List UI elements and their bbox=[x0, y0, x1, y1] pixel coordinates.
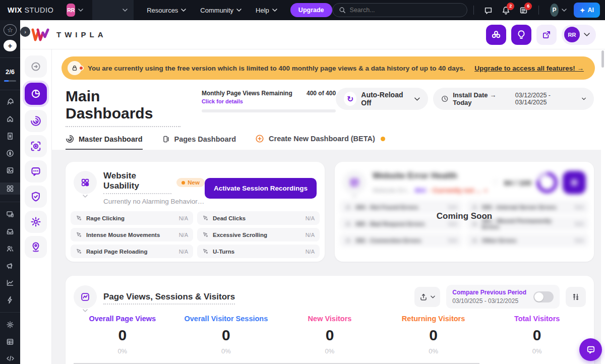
stat-value: 0 bbox=[382, 327, 486, 344]
stat-value: 0 bbox=[174, 327, 278, 344]
workspace-badge[interactable]: RR bbox=[67, 4, 75, 17]
suggestions-button[interactable] bbox=[511, 25, 531, 45]
compare-toggle[interactable] bbox=[533, 291, 554, 302]
sidebar-item-feedback[interactable] bbox=[25, 160, 47, 183]
rail-item-dev-mode[interactable] bbox=[0, 353, 20, 364]
error-metrics: 404 - Not Found ErrorsN/A 500 - Internal… bbox=[335, 198, 594, 247]
wix-left-rail: ☆ + 2/6 bbox=[0, 20, 20, 364]
account-chevron-icon[interactable] bbox=[562, 9, 567, 12]
gear-icon bbox=[6, 321, 14, 329]
support-chat-fab[interactable] bbox=[579, 338, 602, 361]
sidebar-item-privacy[interactable] bbox=[25, 186, 47, 208]
menu-help[interactable]: Help bbox=[256, 7, 277, 14]
rail-item-settings[interactable] bbox=[0, 319, 20, 330]
ai-label: AI bbox=[588, 7, 594, 14]
favorites-star-button[interactable]: ☆ bbox=[4, 24, 17, 36]
wix-studio-logo[interactable]: WIX STUDIO bbox=[8, 6, 53, 14]
chevron-down-icon bbox=[272, 9, 277, 12]
stat-returning-visitors[interactable]: Returning Visitors 0 0% bbox=[382, 315, 486, 355]
inbox-button[interactable]: 6 bbox=[519, 6, 528, 15]
collapse-panel-button[interactable]: › bbox=[20, 27, 30, 37]
coming-soon-overlay: Coming Soon bbox=[437, 211, 492, 221]
rail-item-marketing[interactable] bbox=[0, 260, 20, 271]
menu-resources[interactable]: Resources bbox=[147, 7, 186, 14]
rail-item-finance[interactable] bbox=[0, 148, 20, 159]
record-button[interactable] bbox=[563, 171, 586, 194]
sidebar-item-visitors[interactable] bbox=[25, 110, 47, 132]
metric-value: N/A bbox=[179, 232, 188, 238]
lock-icon bbox=[68, 61, 82, 75]
search-input[interactable] bbox=[350, 7, 461, 14]
sidebar-item-recordings[interactable] bbox=[25, 135, 47, 157]
shield-check-icon bbox=[30, 191, 41, 202]
upgrade-button[interactable]: Upgrade bbox=[290, 3, 332, 17]
rail-item-content-manager[interactable] bbox=[0, 336, 20, 347]
search-bar[interactable] bbox=[332, 3, 467, 17]
tab-create-new-dashboard[interactable]: Create New Dashboard (BETA) bbox=[255, 134, 385, 150]
rail-item-analytics[interactable] bbox=[0, 277, 20, 288]
sidebar-item-location[interactable] bbox=[25, 236, 47, 258]
rail-item-site[interactable] bbox=[0, 209, 20, 219]
rail-item-apps[interactable] bbox=[0, 183, 20, 195]
menu-community[interactable]: Community bbox=[200, 7, 241, 14]
feedback-button[interactable] bbox=[484, 6, 493, 15]
metric-chip: 302 - Connection ErrorsN/A bbox=[340, 233, 462, 247]
activate-session-recordings-button[interactable]: Activate Session Recordings bbox=[205, 178, 317, 199]
twipla-user-menu[interactable]: RR bbox=[562, 25, 596, 45]
tab-pages-dashboard[interactable]: Pages Dashboard bbox=[162, 135, 236, 150]
site-selector[interactable] bbox=[92, 0, 134, 20]
rail-item-home[interactable] bbox=[0, 114, 20, 125]
ai-button[interactable]: ✦ AI bbox=[574, 3, 600, 18]
stat-overall-page-views[interactable]: Overall Page Views 0 0% bbox=[71, 315, 174, 355]
metric-label: Excessive Scrolling bbox=[213, 232, 267, 238]
divider bbox=[0, 312, 20, 313]
menu-community-label: Community bbox=[200, 7, 233, 14]
metric-chip[interactable]: Rage ClickingN/A bbox=[71, 211, 193, 225]
pageviews-card-icon[interactable] bbox=[74, 285, 97, 309]
add-button[interactable]: + bbox=[4, 40, 17, 51]
warning-icon bbox=[345, 204, 351, 210]
open-external-button[interactable] bbox=[536, 25, 557, 45]
workspace-chevron-icon[interactable] bbox=[78, 9, 83, 12]
twipla-brand[interactable]: TWIPLA bbox=[31, 28, 107, 41]
usability-card-icon[interactable] bbox=[74, 171, 97, 194]
metric-label: Rage Clicking bbox=[86, 215, 125, 221]
banner-message: You are currently using the free version… bbox=[88, 65, 465, 72]
sidebar-item-dashboards[interactable] bbox=[23, 81, 49, 107]
rail-item-automations[interactable] bbox=[0, 294, 20, 305]
sidebar-item-settings[interactable] bbox=[25, 211, 47, 233]
community-button[interactable] bbox=[486, 25, 506, 45]
metric-label: Dead Clicks bbox=[213, 215, 246, 221]
stat-new-visitors[interactable]: New Visitors 0 0% bbox=[278, 315, 382, 355]
scrollbar-thumb[interactable] bbox=[601, 50, 604, 68]
filter-settings-button[interactable] bbox=[566, 287, 586, 307]
stat-overall-visitor-sessions[interactable]: Overall Visitor Sessions 0 0% bbox=[174, 315, 278, 355]
rail-item-contacts[interactable] bbox=[0, 243, 20, 254]
metric-chip[interactable]: Intense Mouse MovementsN/A bbox=[71, 228, 193, 241]
account-avatar[interactable]: P bbox=[550, 4, 559, 17]
date-range-control[interactable]: Install Date → Today 03/12/2025 - 03/14/… bbox=[433, 88, 594, 110]
export-button[interactable] bbox=[414, 287, 440, 307]
metric-chip[interactable]: U-TurnsN/A bbox=[197, 245, 320, 258]
banner-upgrade-link[interactable]: Upgrade to access all features! → bbox=[474, 65, 584, 72]
rail-item-media[interactable] bbox=[0, 165, 20, 176]
devices-icon bbox=[6, 210, 14, 218]
metric-chip[interactable]: Rapid Page ReloadingN/A bbox=[71, 245, 193, 258]
rail-item-inbox[interactable] bbox=[0, 226, 20, 236]
metric-chip[interactable]: Excessive ScrollingN/A bbox=[197, 228, 320, 241]
stat-total-visitors[interactable]: Total Visitors 0 0% bbox=[485, 315, 589, 355]
metric-chip[interactable]: Dead ClicksN/A bbox=[197, 211, 320, 225]
notifications-button[interactable]: 2 bbox=[502, 6, 510, 15]
tab-master-dashboard[interactable]: Master Dashboard bbox=[66, 135, 143, 150]
gear-icon bbox=[30, 216, 41, 227]
rail-item-billing[interactable] bbox=[0, 131, 20, 142]
auto-reload-control[interactable]: ↻ Auto-Reload Off bbox=[336, 88, 428, 110]
sidebar-item-overview[interactable] bbox=[25, 55, 47, 78]
quota-details-link[interactable]: Click for details bbox=[202, 98, 336, 104]
tab-master-label: Master Dashboard bbox=[79, 135, 143, 143]
stat-percent: 0% bbox=[71, 347, 174, 355]
main-content: You are currently using the free version… bbox=[52, 49, 601, 364]
pie-chart-icon bbox=[30, 88, 41, 99]
rail-item-launch[interactable] bbox=[0, 97, 20, 107]
sliders-icon bbox=[572, 293, 580, 301]
